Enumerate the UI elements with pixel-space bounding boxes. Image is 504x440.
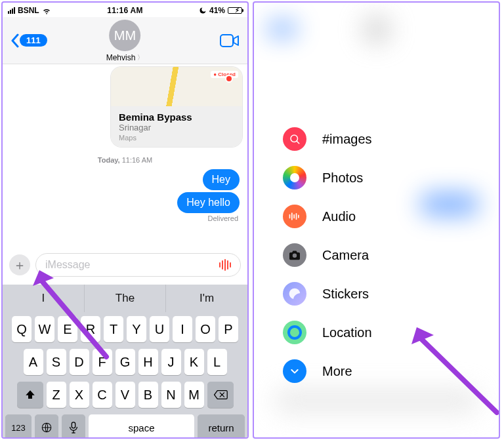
suggestion[interactable]: I [3,285,85,312]
drawer-item-label: Stickers [322,287,369,302]
location-icon [283,321,306,344]
compose-bar: ＋ iMessage [3,248,247,285]
key-i[interactable]: I [173,316,192,342]
drawer-item-label: Location [322,325,372,340]
space-key[interactable]: space [89,414,194,439]
key-r[interactable]: R [81,316,100,342]
back-button[interactable]: 111 [10,33,47,48]
message-input[interactable]: iMessage [35,253,241,277]
keyboard: QWERTYUIOP ASDFGHJKL ZXCVBNM 123 space r… [3,312,247,439]
map-pin-icon [225,75,233,83]
messages-app: BSNL 11:16 AM 41% ⚡︎ 111 MM Mehvish 〉 ● … [1,1,249,439]
signal-bars-icon [8,7,15,14]
unread-count-badge: 111 [20,34,47,47]
predictive-bar: I The I'm [3,285,247,312]
drawer-item-camera[interactable]: Camera [283,243,499,267]
drawer-item-images[interactable]: #images [283,127,499,151]
do-not-disturb-icon [199,7,207,14]
svg-rect-0 [220,35,233,47]
suggestion[interactable]: I'm [166,285,247,312]
key-n[interactable]: N [161,382,181,408]
status-time: 11:16 AM [107,6,143,15]
numbers-key[interactable]: 123 [5,414,32,439]
delivered-label: Delivered [8,214,242,222]
key-q[interactable]: Q [12,316,32,342]
location-app: Maps [119,134,234,142]
suggestion[interactable]: The [85,285,167,312]
camera-icon [283,243,306,267]
location-title: Bemina Bypass [119,111,234,123]
battery-icon: ⚡︎ [228,7,242,14]
drawer-item-location[interactable]: Location [283,321,499,344]
status-bar: BSNL 11:16 AM 41% ⚡︎ [3,3,247,17]
key-o[interactable]: O [196,316,215,342]
wifi-icon [42,6,51,15]
drawer-item-label: More [322,364,352,379]
audio-record-icon[interactable] [218,258,234,271]
contact-name-button[interactable]: Mehvish 〉 [106,53,144,62]
time-divider: Today, 11:16 AM [8,156,242,164]
key-a[interactable]: A [24,349,43,375]
contact-name: Mehvish [106,53,136,62]
key-d[interactable]: D [70,349,89,375]
plus-button[interactable]: ＋ [9,254,30,275]
message-input-placeholder: iMessage [45,259,90,271]
drawer-item-label: Photos [322,170,363,186]
svg-line-9 [297,141,299,144]
key-w[interactable]: W [35,316,54,342]
svg-rect-7 [72,422,75,428]
key-m[interactable]: M [184,382,204,408]
drawer-item-audio[interactable]: Audio [283,205,499,228]
key-e[interactable]: E [58,316,77,342]
plus-menu-drawer: #imagesPhotosAudioCameraStickersLocation… [253,1,500,439]
avatar[interactable]: MM [110,20,141,51]
audio-icon [283,205,306,228]
carrier-label: BSNL [18,6,39,15]
more-icon [283,359,306,383]
stickers-icon [283,282,306,306]
key-h[interactable]: H [138,349,158,375]
key-v[interactable]: V [116,382,135,408]
message-bubble[interactable]: Hey hello [177,192,240,213]
closed-badge: ● Closed [211,71,238,78]
message-bubble[interactable]: Hey [203,169,240,190]
chevron-right-icon: 〉 [137,53,144,62]
images-icon [283,127,306,151]
drawer-item-more[interactable]: More [283,359,499,383]
drawer-item-stickers[interactable]: Stickers [283,282,499,306]
battery-pct: 41% [209,6,225,15]
backspace-key[interactable] [207,382,234,408]
key-l[interactable]: L [207,349,227,375]
chat-nav-bar: 111 MM Mehvish 〉 [3,17,247,64]
photos-icon [283,166,306,190]
globe-key[interactable] [35,414,58,439]
location-card[interactable]: ● Closed Bemina Bypass Srinagar Maps [111,67,242,147]
key-f[interactable]: F [93,349,112,375]
location-subtitle: Srinagar [119,123,234,132]
drawer-item-photos[interactable]: Photos [283,166,499,190]
key-k[interactable]: K [184,349,204,375]
key-c[interactable]: C [93,382,112,408]
return-key[interactable]: return [198,414,245,439]
key-b[interactable]: B [138,382,158,408]
key-g[interactable]: G [116,349,135,375]
drawer-item-label: #images [322,132,372,147]
key-j[interactable]: J [161,349,181,375]
chevron-left-icon [10,33,20,48]
key-s[interactable]: S [47,349,66,375]
dictation-key[interactable] [62,414,85,439]
key-y[interactable]: Y [127,316,146,342]
drawer-item-label: Audio [322,209,356,224]
key-p[interactable]: P [219,316,238,342]
key-z[interactable]: Z [47,382,66,408]
shift-key[interactable] [17,382,43,408]
drawer-item-label: Camera [322,248,369,263]
chat-scroll[interactable]: ● Closed Bemina Bypass Srinagar Maps Tod… [3,64,247,248]
key-u[interactable]: U [150,316,169,342]
key-t[interactable]: T [104,316,123,342]
svg-point-15 [293,254,297,258]
map-thumbnail: ● Closed [111,67,242,106]
key-x[interactable]: X [70,382,89,408]
facetime-button[interactable] [220,33,240,48]
